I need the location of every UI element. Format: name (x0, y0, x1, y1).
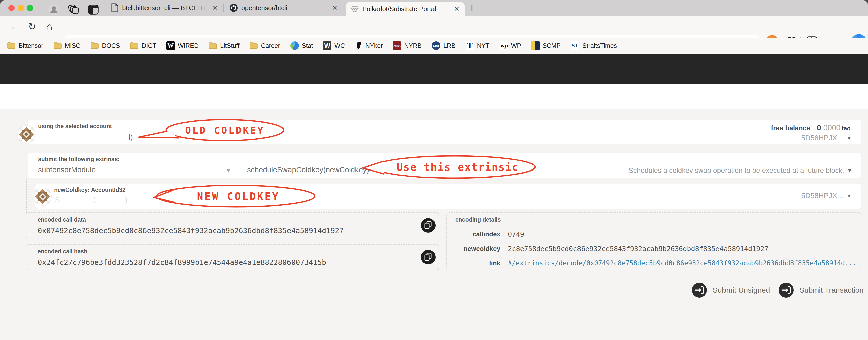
method-description-row[interactable]: Schedules a coldkey swap operation to be… (628, 166, 851, 175)
bookmark-straitstimes[interactable]: ST StraitsTimes (571, 41, 617, 50)
wp-icon: wp (500, 41, 508, 50)
nyt-icon: T (466, 41, 474, 50)
close-tab-icon[interactable]: ✕ (212, 4, 218, 12)
encoding-details-label: encoding details (455, 216, 501, 223)
nyrb-icon: NYR (393, 41, 401, 50)
close-tab-icon[interactable]: ✕ (332, 4, 338, 12)
app-header: τ Bittensor node-subtensor/201 ▾ #3,841,… (0, 54, 868, 84)
wired-icon: W (166, 41, 175, 50)
encoded-call-hash-box: encoded call hash 0x24fc27c796be3fdd3235… (26, 244, 439, 270)
tab-title: Polkadot/Substrate Portal (362, 5, 448, 13)
newcoldkey-value: 2c8e758dec5b9cd0c86e932ce5843f932acab9b2… (508, 245, 768, 253)
bookmark-folder-litstuff[interactable]: LitStuff (209, 42, 240, 49)
free-balance-label: free balance (771, 124, 810, 132)
free-balance: free balance 0.0000 tao (771, 123, 851, 132)
extrinsics-subnav: Extrinsics Submission Decode (0, 84, 868, 109)
param-identicon (34, 188, 52, 206)
bookmark-wp[interactable]: wp WP (500, 41, 521, 50)
tab-groups-icon[interactable] (68, 4, 79, 15)
encoding-details-box: encoding details callindex 0749 newcoldk… (446, 212, 862, 270)
param-address: 5D58HPJX... (801, 191, 843, 200)
stat-icon (290, 41, 299, 50)
extrinsic-select-row: submit the following extrinsic subtensor… (28, 153, 862, 178)
minimize-window-button[interactable] (18, 5, 24, 11)
param-account-ghost: S ( ) (55, 195, 127, 204)
folder-icon (7, 42, 16, 49)
decode-link[interactable]: #/extrinsics/decode/0x07492c8e758dec5b9c… (508, 259, 857, 267)
sidebar-panel-icon[interactable] (88, 4, 99, 14)
close-tab-icon[interactable]: ✕ (454, 5, 460, 13)
bookmark-folder-misc[interactable]: MISC (53, 42, 81, 49)
bookmark-folder-career[interactable]: Career (249, 42, 280, 49)
divider (105, 4, 105, 12)
copy-call-hash-icon[interactable] (421, 250, 436, 265)
new-coldkey-param-row: newColdkey: AccountId32 S ( ) 5D58HPJX..… (35, 184, 862, 209)
bookmark-nyrb[interactable]: NYR NYRB (393, 41, 422, 50)
bookmark-scmp[interactable]: SCMP (531, 41, 561, 50)
method-select[interactable]: scheduleSwapColdkey(newColdkey) (247, 165, 369, 174)
tab-strip: btcli.bittensor_cli — BTCLI Docs ✕ opent… (0, 0, 868, 16)
new-tab-button[interactable]: + (469, 2, 475, 14)
back-icon[interactable]: ← (10, 21, 20, 32)
browser-window: btcli.bittensor_cli — BTCLI Docs ✕ opent… (0, 0, 868, 340)
encoded-call-data-value: 0x07492c8e758dec5b9cd0c86e932ce5843f932a… (37, 226, 344, 235)
account-select-row: using the selected account l) free balan… (28, 120, 862, 144)
lrb-icon: LRB (432, 41, 440, 50)
link-label: link (455, 259, 500, 267)
document-icon (111, 3, 119, 12)
param-label: newColdkey: AccountId32 (54, 187, 125, 193)
method-description: Schedules a coldkey swap operation to be… (628, 166, 844, 175)
account-name-visible: l) (129, 133, 133, 142)
module-select[interactable]: subtensorModule (38, 165, 96, 174)
submit-unsigned-button[interactable]: Submit Unsigned (692, 282, 770, 298)
zoom-window-button[interactable] (27, 5, 33, 11)
bookmark-wc[interactable]: W WC (323, 41, 345, 50)
account-select-label: using the selected account (38, 123, 112, 130)
profile-avatar-icon[interactable] (48, 4, 60, 15)
callindex-value: 0749 (508, 230, 524, 238)
bookmark-nyt[interactable]: T NYT (466, 41, 490, 50)
encoded-call-hash-label: encoded call hash (37, 248, 87, 255)
tab-title: opentensor/btcli (241, 4, 326, 12)
callindex-label: callindex (455, 230, 500, 238)
bookmark-wired[interactable]: W WIRED (166, 41, 198, 50)
folder-icon (209, 42, 217, 49)
bookmark-nyker[interactable]: NYker (355, 41, 383, 50)
sign-in-icon (778, 282, 794, 298)
divider (223, 4, 224, 12)
sign-in-icon (692, 282, 707, 298)
bookmark-stat[interactable]: Stat (290, 41, 313, 50)
copy-call-data-icon[interactable] (421, 218, 436, 233)
home-icon[interactable]: ⌂ (46, 21, 52, 33)
chevron-down-icon: ▾ (848, 192, 851, 199)
refresh-icon[interactable]: ↻ (28, 21, 36, 32)
browser-tab-btcli-docs[interactable]: btcli.bittensor_cli — BTCLI Docs ✕ (106, 0, 223, 16)
polkadot-favicon (351, 5, 359, 13)
github-favicon (229, 3, 238, 12)
submit-transaction-label: Submit Transaction (799, 286, 864, 295)
extrinsics-content: using the selected account l) free balan… (0, 109, 868, 340)
close-window-button[interactable] (8, 5, 14, 11)
encoded-call-data-box: encoded call data 0x07492c8e758dec5b9cd0… (26, 212, 439, 238)
newyorker-icon (355, 41, 362, 50)
bookmark-folder-dict[interactable]: DICT (130, 42, 156, 49)
scmp-icon (531, 41, 540, 50)
submit-unsigned-label: Submit Unsigned (713, 286, 770, 295)
newcoldkey-label: newcoldkey (455, 245, 500, 253)
bookmark-folder-docs[interactable]: DOCS (90, 42, 120, 49)
chevron-down-icon: ▾ (848, 135, 851, 142)
browser-tab-github-btcli[interactable]: opentensor/btcli ✕ (224, 0, 343, 16)
browser-tab-polkadot-portal[interactable]: Polkadot/Substrate Portal ✕ (346, 2, 465, 16)
folder-icon (249, 42, 258, 49)
toolbar: ← ↻ ⌂ https://polkadot.js.org/apps/#/ext… (0, 16, 868, 37)
folder-icon (53, 42, 62, 49)
encoded-call-data-label: encoded call data (37, 216, 86, 223)
account-dropdown[interactable]: 5D58HPJX... ▾ (801, 134, 851, 142)
chevron-down-icon: ▾ (227, 167, 230, 174)
submit-transaction-button[interactable]: Submit Transaction (778, 282, 864, 298)
folder-icon (90, 42, 99, 49)
bookmarks-bar: Bittensor MISC DOCS DICT W WIRED LitStuf… (0, 37, 868, 54)
bookmark-folder-bittensor[interactable]: Bittensor (7, 42, 43, 49)
param-account-dropdown[interactable]: 5D58HPJX... ▾ (801, 191, 851, 200)
bookmark-lrb[interactable]: LRB LRB (432, 41, 456, 50)
